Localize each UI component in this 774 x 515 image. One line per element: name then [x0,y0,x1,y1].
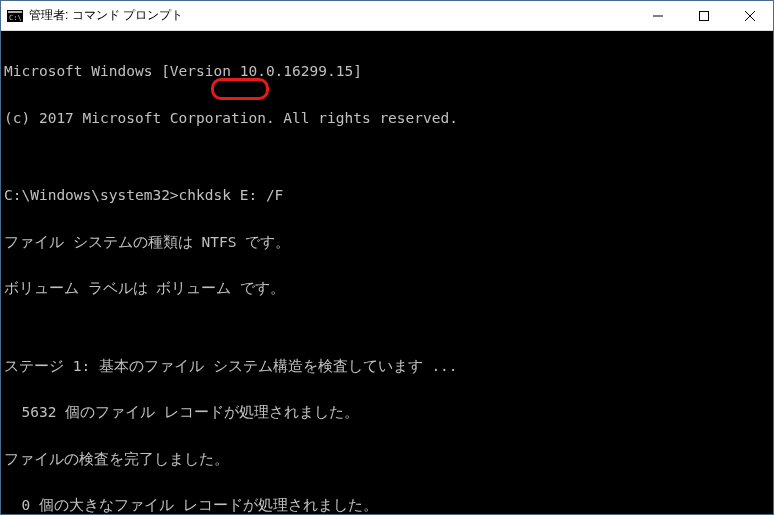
terminal-line: (c) 2017 Microsoft Corporation. All righ… [4,111,770,127]
terminal-output[interactable]: Microsoft Windows [Version 10.0.16299.15… [1,31,773,514]
terminal-line: 5632 個のファイル レコードが処理されました。 [4,405,770,421]
titlebar: C:\ 管理者: コマンド プロンプト [1,1,773,31]
window-title: 管理者: コマンド プロンプト [29,7,635,24]
terminal-line: Microsoft Windows [Version 10.0.16299.15… [4,64,770,80]
window-controls [635,1,773,30]
close-button[interactable] [727,1,773,30]
svg-text:C:\: C:\ [9,14,22,22]
annotation-highlight [211,78,269,100]
terminal-line: ファイル システムの種類は NTFS です。 [4,235,770,251]
cmd-icon: C:\ [7,8,23,24]
terminal-line: 0 個の大きなファイル レコードが処理されました。 [4,498,770,514]
terminal-line: C:\Windows\system32>chkdsk E: /F [4,188,770,204]
svg-rect-1 [8,11,22,13]
maximize-button[interactable] [681,1,727,30]
terminal-line: ボリューム ラベルは ボリューム です。 [4,281,770,297]
terminal-line: ステージ 1: 基本のファイル システム構造を検査しています ... [4,359,770,375]
svg-rect-4 [700,11,709,20]
minimize-button[interactable] [635,1,681,30]
terminal-line: ファイルの検査を完了しました。 [4,452,770,468]
